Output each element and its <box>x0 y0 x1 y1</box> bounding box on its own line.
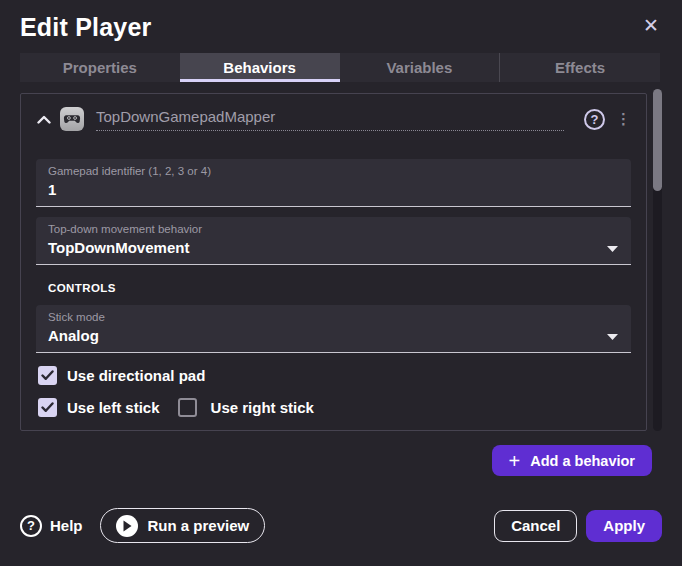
stick-mode-select[interactable]: Stick mode Analog <box>36 305 631 353</box>
field-label: Gamepad identifier (1, 2, 3 or 4) <box>48 165 619 178</box>
help-label: Help <box>50 517 83 534</box>
scrollbar-track[interactable] <box>653 89 662 431</box>
tab-properties[interactable]: Properties <box>20 53 180 82</box>
use-right-stick-checkbox[interactable]: Use right stick <box>178 398 314 417</box>
play-icon <box>116 515 138 537</box>
tab-effects[interactable]: Effects <box>499 53 660 82</box>
controls-section-header: CONTROLS <box>48 281 631 295</box>
apply-button[interactable]: Apply <box>586 510 662 542</box>
dialog-header: Edit Player ✕ <box>0 0 682 42</box>
checkbox-label: Use right stick <box>211 399 314 416</box>
tab-variables[interactable]: Variables <box>340 53 500 82</box>
cancel-button[interactable]: Cancel <box>494 510 577 542</box>
plus-icon: + <box>509 451 521 471</box>
help-button[interactable]: ? Help <box>20 515 83 537</box>
use-directional-pad-checkbox[interactable]: Use directional pad <box>38 366 205 385</box>
checkbox-checked-icon <box>38 366 57 385</box>
topdown-movement-select[interactable]: Top-down movement behavior TopDownMoveme… <box>36 217 631 265</box>
gamepad-identifier-input[interactable] <box>48 181 619 199</box>
gamepad-icon <box>60 107 84 131</box>
chevron-down-icon <box>607 238 618 256</box>
tab-behaviors[interactable]: Behaviors <box>180 53 340 82</box>
behavior-menu-icon[interactable]: ⋮ <box>616 110 631 128</box>
scrollbar-thumb[interactable] <box>653 89 662 191</box>
add-behavior-label: Add a behavior <box>530 453 635 469</box>
add-behavior-row: + Add a behavior <box>0 445 652 476</box>
edit-object-dialog: Edit Player ✕ Properties Behaviors Varia… <box>0 0 682 566</box>
checkbox-label: Use left stick <box>67 399 160 416</box>
use-left-stick-checkbox[interactable]: Use left stick <box>38 398 160 417</box>
checkbox-unchecked-icon <box>178 398 197 417</box>
checkbox-checked-icon <box>38 398 57 417</box>
tab-bar: Properties Behaviors Variables Effects <box>20 53 660 82</box>
add-behavior-button[interactable]: + Add a behavior <box>492 445 652 476</box>
checkbox-row: Use left stick Use right stick <box>38 397 631 417</box>
behavior-panel: TopDownGamepadMapper ? ⋮ Gamepad identif… <box>20 93 647 431</box>
page-title: Edit Player <box>20 13 151 42</box>
behavior-header: TopDownGamepadMapper ? ⋮ <box>36 105 631 133</box>
gamepad-identifier-field[interactable]: Gamepad identifier (1, 2, 3 or 4) <box>36 159 631 207</box>
field-label: Top-down movement behavior <box>48 223 619 236</box>
run-preview-label: Run a preview <box>148 517 250 534</box>
help-icon: ? <box>20 515 42 537</box>
close-icon[interactable]: ✕ <box>638 13 664 39</box>
field-label: Stick mode <box>48 311 619 324</box>
chevron-up-icon[interactable] <box>36 111 52 127</box>
select-value: Analog <box>48 327 619 345</box>
behavior-help-icon[interactable]: ? <box>584 109 605 130</box>
chevron-down-icon <box>607 326 618 344</box>
run-preview-button[interactable]: Run a preview <box>100 508 266 543</box>
checkbox-label: Use directional pad <box>67 367 205 384</box>
dialog-footer: ? Help Run a preview Cancel Apply <box>20 508 662 543</box>
checkbox-row: Use directional pad <box>38 365 631 385</box>
behavior-name-input[interactable]: TopDownGamepadMapper <box>96 107 564 131</box>
select-value: TopDownMovement <box>48 239 619 257</box>
behaviors-content: TopDownGamepadMapper ? ⋮ Gamepad identif… <box>0 93 682 431</box>
